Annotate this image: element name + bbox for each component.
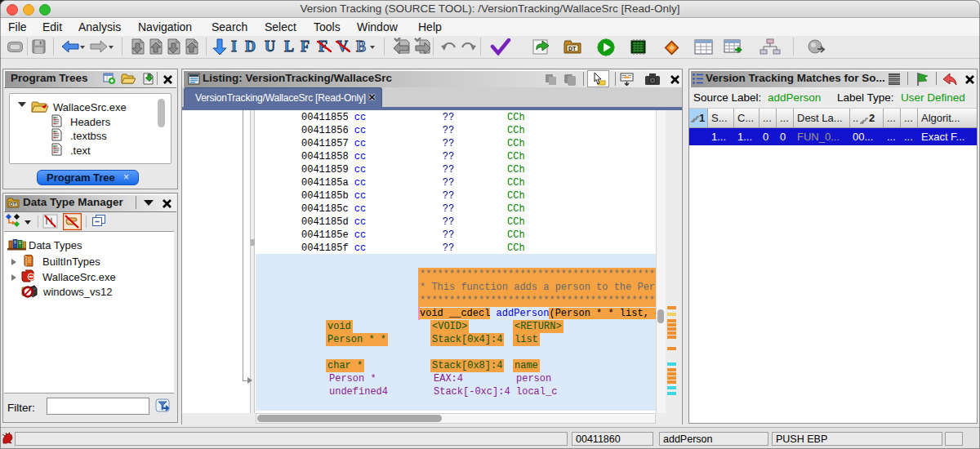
svg-text:DT: DT [10, 202, 16, 207]
svg-text:DT: DT [568, 46, 577, 51]
